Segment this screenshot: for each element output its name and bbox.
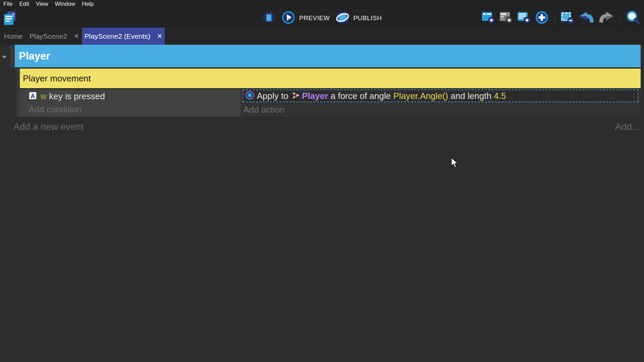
add-comment-button[interactable] [517, 11, 531, 25]
add-action-button[interactable]: Add action [243, 105, 285, 115]
close-icon[interactable]: ✕ [74, 32, 79, 40]
comment-text: Player movement [23, 73, 91, 84]
action-angle-expression: Player.Angle() [393, 91, 448, 101]
condition-text: w key is pressed [40, 91, 105, 102]
action-object-name: Player [302, 91, 328, 101]
events-sheet-icon [3, 11, 16, 26]
redo-button[interactable] [599, 11, 614, 25]
add-event-icon [482, 11, 495, 25]
add-new-event-button[interactable]: Add a new event [13, 121, 84, 132]
event-drag-handle[interactable] [16, 89, 20, 117]
menu-window[interactable]: Window [51, 0, 78, 8]
event-group-header[interactable]: Player [15, 45, 641, 67]
publish-globe-icon [335, 10, 350, 26]
group-title: Player [19, 50, 50, 62]
tab-bar: Home PlayScene2 ✕ PlayScene2 (Events) ✕ [0, 28, 644, 45]
tab-playscene2[interactable]: PlayScene2 ✕ [27, 28, 82, 45]
publish-button[interactable]: PUBLISH [335, 10, 382, 26]
action-text-length: and length [448, 91, 494, 101]
actions-cell: Apply to Player a force of angle Player.… [241, 89, 641, 117]
tab-playscene2-events[interactable]: PlayScene2 (Events) ✕ [82, 28, 165, 45]
menu-edit[interactable]: Edit [16, 0, 32, 8]
deselect-icon [560, 11, 574, 25]
toolbar-separator [620, 12, 620, 24]
toolbar-center: PREVIEW PUBLISH [262, 8, 382, 28]
physics-force-icon [245, 90, 254, 101]
add-more-button[interactable]: Add... [615, 121, 640, 132]
preview-label: PREVIEW [299, 14, 330, 22]
action-text-prefix: Apply to [257, 91, 291, 101]
tab-label: PlayScene2 (Events) [84, 32, 150, 40]
add-comment-icon [517, 11, 531, 25]
comment-drag-handle[interactable] [16, 69, 20, 88]
tab-home[interactable]: Home [0, 28, 27, 45]
condition-key-pressed[interactable]: A w key is pressed [28, 91, 105, 102]
add-event-button[interactable] [482, 11, 495, 25]
add-circle-button[interactable] [535, 11, 549, 26]
add-condition-button[interactable]: Add condition [29, 104, 82, 115]
mouse-cursor [450, 157, 459, 170]
preview-button[interactable]: PREVIEW [281, 10, 330, 26]
debug-button[interactable] [262, 11, 276, 26]
action-length-value: 4.5 [494, 91, 506, 101]
svg-text:A: A [31, 93, 35, 100]
conditions-cell: A w key is pressed Add condition [20, 89, 241, 117]
menu-bar: File Edit View Window Help [0, 0, 644, 8]
undo-arrow-icon [579, 11, 594, 25]
player-object-icon [292, 92, 300, 101]
add-subevent-button[interactable] [499, 11, 513, 25]
menu-file[interactable]: File [0, 0, 16, 8]
tab-label: Home [4, 32, 23, 40]
deselect-button[interactable] [560, 11, 574, 25]
add-circle-icon [535, 11, 549, 26]
toolbar-right [482, 8, 640, 28]
collapse-group-arrow-icon[interactable] [2, 56, 7, 59]
comment-row[interactable]: Player movement [20, 69, 641, 88]
preview-play-icon [281, 10, 296, 26]
search-icon [626, 10, 640, 26]
keyboard-key-icon: A [28, 91, 37, 102]
action-apply-force-selected[interactable]: Apply to Player a force of angle Player.… [243, 89, 638, 102]
group-drag-handle[interactable] [10, 45, 15, 67]
menu-view[interactable]: View [33, 0, 52, 8]
search-button[interactable] [626, 10, 640, 26]
tab-label: PlayScene2 [30, 32, 67, 40]
add-subevent-icon [499, 11, 513, 25]
toolbar-separator [554, 12, 555, 24]
condition-key-value: w [40, 91, 47, 101]
close-icon[interactable]: ✕ [157, 32, 162, 40]
menu-help[interactable]: Help [79, 0, 97, 8]
publish-label: PUBLISH [353, 14, 382, 22]
toolbar: PREVIEW PUBLISH [0, 8, 644, 28]
redo-arrow-icon [599, 11, 614, 25]
undo-button[interactable] [579, 11, 594, 25]
debug-bug-icon [262, 11, 276, 26]
action-text-middle: a force of angle [328, 91, 393, 101]
